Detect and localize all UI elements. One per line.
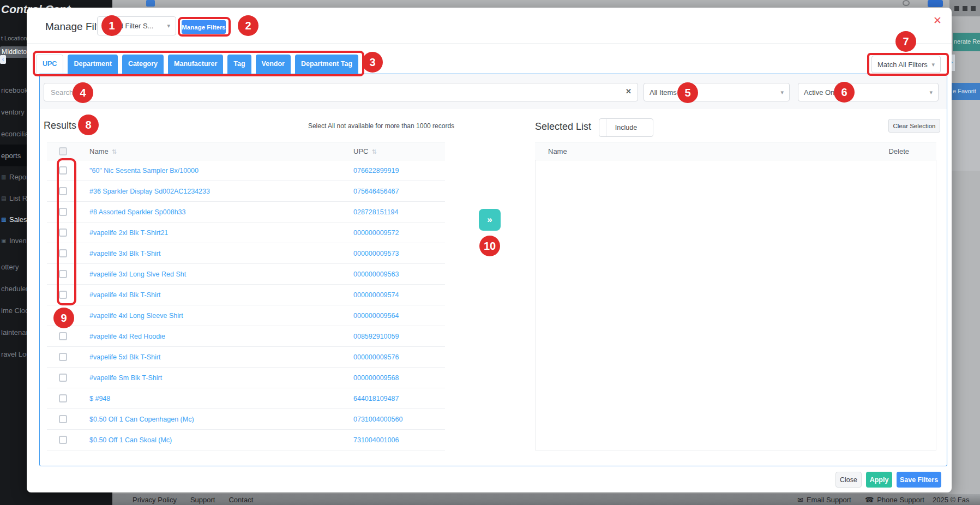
row-checkbox[interactable] bbox=[59, 291, 67, 299]
move-to-selected-button[interactable]: » bbox=[479, 209, 501, 231]
apply-button[interactable]: Apply bbox=[866, 472, 892, 488]
include-toggle-button[interactable]: Include bbox=[599, 118, 653, 137]
table-row: $0.50 Off 1 Can Copenhagen (Mc) 07310040… bbox=[47, 409, 445, 430]
annotation-badge-8: 8 bbox=[78, 115, 99, 135]
phone-support-link[interactable]: ☎Phone Support bbox=[865, 496, 924, 504]
row-checkbox[interactable] bbox=[59, 374, 67, 382]
product-name-link[interactable]: #vapelife 4xl Red Hoodie bbox=[79, 333, 353, 340]
product-upc-link[interactable]: 644018109487 bbox=[353, 395, 445, 402]
product-name-link[interactable]: #vapelife Sm Blk T-Shirt bbox=[79, 374, 353, 382]
table-row: #vapelife 4xl Blk T-Shirt 000000009574 bbox=[47, 285, 445, 305]
filter-tab[interactable]: Manufacturer bbox=[168, 55, 223, 74]
row-checkbox[interactable] bbox=[59, 332, 67, 340]
annotation-badge-5: 5 bbox=[677, 82, 698, 103]
active-status-dropdown[interactable]: Active Only ▾ bbox=[798, 83, 939, 101]
upc-column-header[interactable]: UPC⇅ bbox=[353, 147, 445, 155]
row-checkbox[interactable] bbox=[59, 270, 67, 278]
product-name-link[interactable]: #vapelife 4xl Long Sleeve Shirt bbox=[79, 312, 353, 320]
name-column-header: Name bbox=[548, 147, 567, 155]
product-upc-link[interactable]: 000000009572 bbox=[353, 229, 445, 237]
filter-tab[interactable]: Tag bbox=[227, 55, 251, 74]
row-checkbox[interactable] bbox=[59, 415, 67, 423]
filter-tab[interactable]: Department Tag bbox=[295, 55, 358, 74]
product-upc-link[interactable]: 000000009568 bbox=[353, 374, 445, 382]
product-upc-link[interactable]: 000000009564 bbox=[353, 312, 445, 320]
product-name-link[interactable]: #vapelife 3xl Blk T-Shirt bbox=[79, 250, 353, 257]
table-row: $ #948 644018109487 bbox=[47, 388, 445, 409]
row-checkbox[interactable] bbox=[59, 166, 67, 175]
sidebar-item-label: ravel Log bbox=[1, 350, 30, 358]
product-upc-link[interactable]: 0731004000560 bbox=[353, 416, 445, 423]
table-row: #vapelife 4xl Long Sleeve Shirt 00000000… bbox=[47, 305, 445, 326]
sort-icon: ⇅ bbox=[112, 148, 117, 155]
product-name-link[interactable]: #vapelife 5xl Blk T-Shirt bbox=[79, 353, 353, 361]
product-name-link[interactable]: $0.50 Off 1 Can Copenhagen (Mc) bbox=[79, 416, 353, 423]
chevron-down-icon: ▾ bbox=[931, 61, 935, 68]
phone-icon: ☎ bbox=[865, 496, 874, 504]
product-upc-link[interactable]: 075646456467 bbox=[353, 188, 445, 195]
selected-table-body bbox=[535, 160, 936, 450]
results-table: Name⇅ UPC⇅ "60" Nic Sesenta Sampler Bx/1… bbox=[47, 142, 445, 450]
save-filters-button[interactable]: Save Filters bbox=[897, 472, 941, 488]
product-upc-link[interactable]: 076622899919 bbox=[353, 167, 445, 175]
save-favorite-button[interactable]: e Favorit bbox=[952, 83, 980, 100]
row-checkbox[interactable] bbox=[59, 187, 67, 195]
annotation-badge-1: 1 bbox=[101, 15, 122, 36]
location-label: t Location bbox=[1, 35, 27, 41]
product-upc-link[interactable]: 731004001006 bbox=[353, 436, 445, 444]
close-icon[interactable]: ✕ bbox=[933, 14, 942, 27]
annotation-badge-2: 2 bbox=[238, 15, 258, 36]
search-input[interactable] bbox=[44, 83, 638, 101]
row-checkbox[interactable] bbox=[59, 249, 67, 257]
footer-link[interactable]: Privacy Policy bbox=[133, 496, 177, 504]
filter-tab[interactable]: Department bbox=[68, 55, 117, 74]
chevron-down-icon: ▾ bbox=[780, 89, 784, 96]
sidebar-collapse-icon[interactable]: ‹ bbox=[0, 55, 6, 64]
clear-search-icon[interactable]: ✕ bbox=[626, 87, 632, 95]
results-table-header: Name⇅ UPC⇅ bbox=[47, 142, 445, 160]
close-button[interactable]: Close bbox=[835, 472, 862, 488]
row-checkbox[interactable] bbox=[59, 229, 67, 237]
filter-tab[interactable]: Vendor bbox=[256, 55, 291, 74]
apps-icon bbox=[928, 0, 943, 7]
filter-tab[interactable]: Category bbox=[122, 55, 164, 74]
product-name-link[interactable]: $0.50 Off 1 Can Skoal (Mc) bbox=[79, 436, 353, 444]
product-upc-link[interactable]: 000000009574 bbox=[353, 291, 445, 299]
product-name-link[interactable]: #8 Assorted Sparkler Sp008h33 bbox=[79, 208, 353, 216]
product-upc-link[interactable]: 000000009563 bbox=[353, 270, 445, 278]
product-name-link[interactable]: $ #948 bbox=[79, 395, 353, 402]
product-name-link[interactable]: #36 Sparkler Display Sd002AC1234233 bbox=[79, 188, 353, 195]
product-upc-link[interactable]: 000000009576 bbox=[353, 353, 445, 361]
product-name-link[interactable]: "60" Nic Sesenta Sampler Bx/10000 bbox=[79, 167, 353, 175]
product-upc-link[interactable]: 008592910059 bbox=[353, 333, 445, 340]
product-upc-link[interactable]: 028728151194 bbox=[353, 208, 445, 216]
select-all-checkbox[interactable] bbox=[59, 147, 67, 155]
footer-link[interactable]: Support bbox=[190, 496, 215, 504]
menu-panel-icon bbox=[949, 0, 980, 16]
product-name-link[interactable]: #vapelife 3xl Long Slve Red Sht bbox=[79, 270, 353, 278]
product-upc-link[interactable]: 000000009573 bbox=[353, 250, 445, 257]
row-checkbox[interactable] bbox=[59, 353, 67, 361]
row-checkbox[interactable] bbox=[59, 208, 67, 216]
match-all-filters-dropdown[interactable]: Match All Filters ▾ bbox=[871, 56, 941, 73]
manage-filters-button[interactable]: Manage Filters bbox=[182, 20, 226, 34]
sidebar-item-label: cheduler bbox=[1, 285, 28, 293]
product-name-link[interactable]: #vapelife 2xl Blk T-Shirt21 bbox=[79, 229, 353, 237]
select-all-note: Select All not available for more than 1… bbox=[245, 122, 518, 130]
table-row: #vapelife 3xl Blk T-Shirt 000000009573 bbox=[47, 243, 445, 264]
product-name-link[interactable]: #vapelife 4xl Blk T-Shirt bbox=[79, 291, 353, 299]
clear-selection-button[interactable]: Clear Selection bbox=[888, 119, 940, 133]
item-type-dropdown[interactable]: All Items ▾ bbox=[644, 83, 790, 101]
chevron-down-icon: ▾ bbox=[167, 22, 170, 29]
generate-report-button[interactable]: nerate Re bbox=[953, 33, 980, 51]
table-row: #8 Assorted Sparkler Sp008h33 0287281511… bbox=[47, 202, 445, 223]
footer-link[interactable]: Contact bbox=[229, 496, 253, 504]
row-checkbox[interactable] bbox=[59, 436, 67, 444]
filter-tab[interactable]: UPC bbox=[36, 55, 63, 74]
chevron-down-icon: ▾ bbox=[929, 89, 933, 96]
page-footer: Privacy PolicySupportContact ✉Email Supp… bbox=[112, 494, 980, 505]
table-row: #36 Sparkler Display Sd002AC1234233 0756… bbox=[47, 181, 445, 202]
name-column-header[interactable]: Name⇅ bbox=[79, 147, 353, 155]
row-checkbox[interactable] bbox=[59, 394, 67, 402]
email-support-link[interactable]: ✉Email Support bbox=[797, 496, 851, 504]
